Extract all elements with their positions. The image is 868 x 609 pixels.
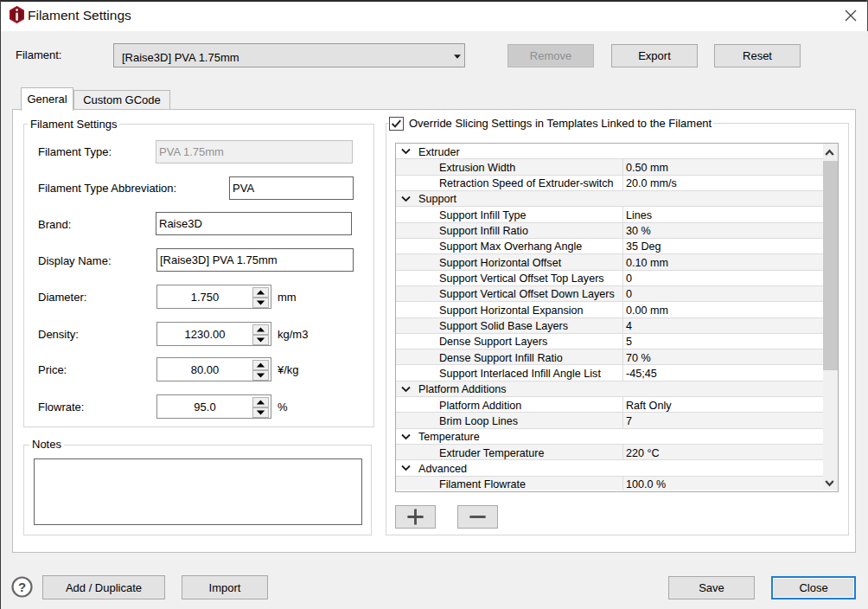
svg-text:?: ? [18,580,26,594]
